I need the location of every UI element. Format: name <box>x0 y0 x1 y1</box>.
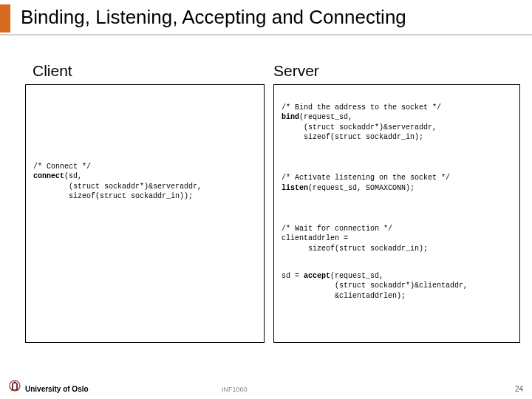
university-logo-icon <box>9 380 21 395</box>
university-name: University of Oslo <box>25 385 89 393</box>
server-bind-block: /* Bind the address to the socket */ bin… <box>282 103 512 143</box>
client-connect-block: /* Connect */ connect(sd, (struct sockad… <box>33 162 256 202</box>
code-text: (request_sd, <box>299 113 352 121</box>
code-text: (request_sd, SOMAXCONN); <box>308 184 415 192</box>
code-text: (request_sd, <box>330 272 383 280</box>
code-text: (struct sockaddr*)&clientaddr, <box>282 282 468 290</box>
footer: University of Oslo INF1060 24 <box>0 380 532 395</box>
svg-rect-1 <box>12 383 13 389</box>
code-text: sizeof(struct sockaddr_in); <box>282 245 428 253</box>
code-keyword-connect: connect <box>33 172 64 180</box>
server-wait-block: /* Wait for connection */ clientaddrlen … <box>282 224 512 254</box>
server-label: Server <box>273 62 319 80</box>
code-text: (struct sockaddr*)&serveraddr, <box>33 183 202 191</box>
code-text: clientaddrlen = <box>282 234 348 242</box>
code-comment: /* Bind the address to the socket */ <box>282 103 441 112</box>
client-label: Client <box>33 62 72 80</box>
code-text: &clientaddrlen); <box>282 292 406 300</box>
code-comment: /* Wait for connection */ <box>282 225 392 233</box>
title-accent <box>0 4 10 33</box>
code-text: sd = <box>282 272 304 280</box>
code-text: sizeof(struct sockaddr_in); <box>282 133 423 141</box>
svg-rect-3 <box>11 389 18 391</box>
code-text: (struct sockaddr*)&serveraddr, <box>282 123 437 132</box>
slide: Binding, Listening, Accepting and Connec… <box>0 0 532 399</box>
code-keyword-bind: bind <box>282 113 299 121</box>
code-comment: /* Activate listening on the socket */ <box>282 174 450 182</box>
code-keyword-accept: accept <box>304 272 330 280</box>
slide-title: Binding, Listening, Accepting and Connec… <box>21 6 406 29</box>
title-underline <box>0 34 532 35</box>
code-text: sizeof(struct sockaddr_in)); <box>33 192 193 200</box>
code-comment: /* Connect */ <box>33 163 91 171</box>
server-listen-block: /* Activate listening on the socket */ l… <box>282 173 512 193</box>
course-code: INF1060 <box>222 386 248 393</box>
server-code-box: /* Bind the address to the socket */ bin… <box>273 84 520 343</box>
svg-rect-2 <box>16 383 18 389</box>
page-number: 24 <box>515 385 523 393</box>
code-keyword-listen: listen <box>282 184 308 192</box>
client-code-box: /* Connect */ connect(sd, (struct sockad… <box>25 84 265 343</box>
server-accept-block: sd = accept(request_sd, (struct sockaddr… <box>282 271 512 301</box>
code-text: (sd, <box>64 172 82 180</box>
title-bar: Binding, Listening, Accepting and Connec… <box>0 1 532 35</box>
